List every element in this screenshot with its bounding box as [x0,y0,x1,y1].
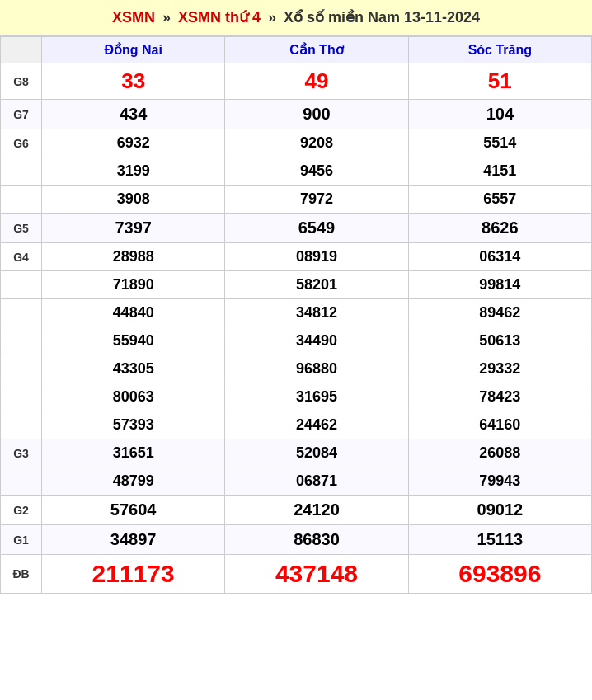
cell-g4-2-1: 34812 [225,299,408,327]
cell-g7-1: 900 [225,100,408,129]
cell-g2-2: 09012 [408,496,591,525]
row-label-g4-6 [1,411,42,439]
row-label-g7: G7 [1,100,42,129]
row-label-g5: G5 [1,214,42,243]
cell-g4-4-2: 29332 [408,355,591,383]
cell-g8-2: 51 [408,63,591,100]
cell-đb-0: 211173 [42,555,225,594]
header-can-tho: Cần Thơ [225,37,408,63]
cell-g7-2: 104 [408,100,591,129]
cell-g4-4-0: 43305 [42,355,225,383]
cell-g6-1-0: 3199 [42,157,225,186]
cell-g3-0-2: 26088 [408,439,591,467]
cell-g3-1-1: 06871 [225,467,408,496]
lottery-table: Đồng Nai Cần Thơ Sóc Trăng G8334951G7434… [0,36,592,594]
cell-g5-2: 8626 [408,214,591,243]
cell-g4-6-1: 24462 [225,411,408,439]
separator-1: » [162,9,175,26]
cell-g8-1: 49 [225,63,408,100]
cell-g6-1-1: 9456 [225,157,408,186]
page-header: XSMN » XSMN thứ 4 » Xổ số miền Nam 13-11… [0,0,592,36]
row-label-g4-4 [1,355,42,383]
row-label-g6-0: G6 [1,129,42,157]
page-title: Xổ số miền Nam 13-11-2024 [284,9,480,26]
cell-đb-1: 437148 [225,555,408,594]
row-label-g6-1 [1,157,42,186]
row-label-g4-5 [1,383,42,411]
cell-g3-1-2: 79943 [408,467,591,496]
cell-g6-0-2: 5514 [408,129,591,157]
header-dong-nai: Đồng Nai [42,37,225,63]
row-label-g3-1 [1,467,42,496]
cell-đb-2: 693896 [408,555,591,594]
cell-g2-0: 57604 [42,496,225,525]
cell-g5-1: 6549 [225,214,408,243]
row-label-g3-0: G3 [1,439,42,467]
cell-g4-1-1: 58201 [225,271,408,299]
cell-g1-2: 15113 [408,525,591,555]
xsmn-thu4-link[interactable]: XSMN thứ 4 [178,9,261,26]
row-label-g4-1 [1,271,42,299]
cell-g4-6-0: 57393 [42,411,225,439]
cell-g4-0-0: 28988 [42,243,225,271]
cell-g4-5-1: 31695 [225,383,408,411]
cell-g4-2-0: 44840 [42,299,225,327]
row-label-g4-2 [1,299,42,327]
cell-g3-1-0: 48799 [42,467,225,496]
cell-g2-1: 24120 [225,496,408,525]
cell-g6-2-1: 7972 [225,186,408,214]
cell-g4-5-2: 78423 [408,383,591,411]
cell-g7-0: 434 [42,100,225,129]
cell-g4-2-2: 89462 [408,299,591,327]
cell-g4-1-0: 71890 [42,271,225,299]
cell-g4-1-2: 99814 [408,271,591,299]
cell-g5-0: 7397 [42,214,225,243]
row-label-đb: ĐB [1,555,42,594]
cell-g6-2-2: 6557 [408,186,591,214]
row-label-g8: G8 [1,63,42,100]
cell-g3-0-0: 31651 [42,439,225,467]
cell-g4-0-2: 06314 [408,243,591,271]
cell-g8-0: 33 [42,63,225,100]
cell-g1-0: 34897 [42,525,225,555]
cell-g6-2-0: 3908 [42,186,225,214]
cell-g4-3-0: 55940 [42,327,225,355]
cell-g6-0-0: 6932 [42,129,225,157]
separator-2: » [268,9,280,26]
header-empty [1,37,42,63]
cell-g4-0-1: 08919 [225,243,408,271]
row-label-g2: G2 [1,496,42,525]
cell-g4-3-1: 34490 [225,327,408,355]
cell-g4-5-0: 80063 [42,383,225,411]
cell-g1-1: 86830 [225,525,408,555]
cell-g6-0-1: 9208 [225,129,408,157]
row-label-g4-3 [1,327,42,355]
cell-g4-3-2: 50613 [408,327,591,355]
row-label-g6-2 [1,186,42,214]
header-soc-trang: Sóc Trăng [408,37,591,63]
row-label-g1: G1 [1,525,42,555]
row-label-g4-0: G4 [1,243,42,271]
xsmn-link[interactable]: XSMN [112,9,155,26]
cell-g4-4-1: 96880 [225,355,408,383]
cell-g6-1-2: 4151 [408,157,591,186]
cell-g4-6-2: 64160 [408,411,591,439]
cell-g3-0-1: 52084 [225,439,408,467]
